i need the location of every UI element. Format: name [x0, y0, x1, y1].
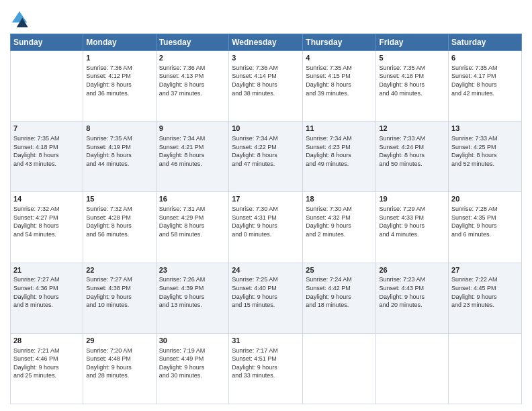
week-row-0: 1Sunrise: 7:36 AM Sunset: 4:12 PM Daylig… [11, 51, 522, 122]
day-number: 17 [232, 194, 300, 204]
calendar-cell [303, 333, 376, 404]
calendar-cell: 17Sunrise: 7:30 AM Sunset: 4:31 PM Dayli… [229, 192, 303, 263]
header [10, 7, 522, 28]
calendar-cell: 9Sunrise: 7:34 AM Sunset: 4:21 PM Daylig… [156, 122, 229, 192]
day-number: 13 [451, 124, 519, 134]
calendar-cell: 12Sunrise: 7:33 AM Sunset: 4:24 PM Dayli… [376, 122, 449, 192]
calendar-cell: 8Sunrise: 7:35 AM Sunset: 4:19 PM Daylig… [83, 122, 156, 192]
calendar-cell [449, 333, 522, 404]
page: SundayMondayTuesdayWednesdayThursdayFrid… [0, 0, 532, 411]
day-number: 18 [306, 194, 373, 204]
day-number: 26 [379, 265, 445, 275]
day-number: 16 [159, 194, 226, 204]
header-thursday: Thursday [303, 34, 376, 51]
cell-info: Sunrise: 7:36 AM Sunset: 4:12 PM Dayligh… [86, 64, 152, 97]
calendar-cell: 14Sunrise: 7:32 AM Sunset: 4:27 PM Dayli… [11, 192, 83, 263]
calendar-cell: 15Sunrise: 7:32 AM Sunset: 4:28 PM Dayli… [83, 192, 156, 263]
calendar-cell: 30Sunrise: 7:19 AM Sunset: 4:49 PM Dayli… [156, 333, 229, 404]
calendar-cell [376, 333, 449, 404]
day-number: 1 [86, 53, 152, 63]
cell-info: Sunrise: 7:34 AM Sunset: 4:22 PM Dayligh… [232, 134, 300, 168]
cell-info: Sunrise: 7:36 AM Sunset: 4:14 PM Dayligh… [232, 64, 300, 97]
cell-info: Sunrise: 7:25 AM Sunset: 4:40 PM Dayligh… [232, 275, 300, 309]
cell-info: Sunrise: 7:29 AM Sunset: 4:33 PM Dayligh… [379, 205, 445, 238]
calendar-cell: 29Sunrise: 7:20 AM Sunset: 4:48 PM Dayli… [83, 333, 156, 404]
day-number: 14 [13, 194, 80, 204]
cell-info: Sunrise: 7:35 AM Sunset: 4:19 PM Dayligh… [86, 134, 152, 168]
day-number: 10 [232, 124, 300, 134]
cell-info: Sunrise: 7:27 AM Sunset: 4:38 PM Dayligh… [86, 275, 152, 309]
cell-info: Sunrise: 7:33 AM Sunset: 4:24 PM Dayligh… [379, 134, 445, 168]
calendar-cell: 28Sunrise: 7:21 AM Sunset: 4:46 PM Dayli… [11, 333, 83, 404]
svg-marker-0 [12, 11, 27, 23]
day-number: 3 [232, 53, 300, 63]
header-saturday: Saturday [449, 34, 522, 51]
header-monday: Monday [83, 34, 156, 51]
week-row-4: 28Sunrise: 7:21 AM Sunset: 4:46 PM Dayli… [11, 333, 522, 404]
day-number: 29 [86, 336, 152, 346]
calendar-cell: 2Sunrise: 7:36 AM Sunset: 4:13 PM Daylig… [156, 51, 229, 122]
calendar-cell: 19Sunrise: 7:29 AM Sunset: 4:33 PM Dayli… [376, 192, 449, 263]
week-row-1: 7Sunrise: 7:35 AM Sunset: 4:18 PM Daylig… [11, 122, 522, 192]
calendar-cell: 11Sunrise: 7:34 AM Sunset: 4:23 PM Dayli… [303, 122, 376, 192]
week-row-3: 21Sunrise: 7:27 AM Sunset: 4:36 PM Dayli… [11, 263, 522, 333]
cell-info: Sunrise: 7:34 AM Sunset: 4:21 PM Dayligh… [159, 134, 226, 168]
day-number: 7 [13, 124, 80, 134]
cell-info: Sunrise: 7:36 AM Sunset: 4:13 PM Dayligh… [159, 64, 226, 97]
cell-info: Sunrise: 7:26 AM Sunset: 4:39 PM Dayligh… [159, 275, 226, 309]
header-sunday: Sunday [11, 34, 83, 51]
day-number: 2 [159, 53, 226, 63]
calendar-cell: 22Sunrise: 7:27 AM Sunset: 4:38 PM Dayli… [83, 263, 156, 333]
calendar-cell: 31Sunrise: 7:17 AM Sunset: 4:51 PM Dayli… [229, 333, 303, 404]
day-number: 5 [379, 53, 445, 63]
day-number: 27 [451, 265, 519, 275]
cell-info: Sunrise: 7:35 AM Sunset: 4:17 PM Dayligh… [451, 64, 519, 97]
calendar-cell: 7Sunrise: 7:35 AM Sunset: 4:18 PM Daylig… [11, 122, 83, 192]
cell-info: Sunrise: 7:24 AM Sunset: 4:42 PM Dayligh… [306, 275, 373, 309]
day-number: 22 [86, 265, 152, 275]
cell-info: Sunrise: 7:20 AM Sunset: 4:48 PM Dayligh… [86, 347, 152, 380]
week-row-2: 14Sunrise: 7:32 AM Sunset: 4:27 PM Dayli… [11, 192, 522, 263]
calendar-cell: 24Sunrise: 7:25 AM Sunset: 4:40 PM Dayli… [229, 263, 303, 333]
header-friday: Friday [376, 34, 449, 51]
cell-info: Sunrise: 7:19 AM Sunset: 4:49 PM Dayligh… [159, 347, 226, 380]
calendar-cell: 23Sunrise: 7:26 AM Sunset: 4:39 PM Dayli… [156, 263, 229, 333]
cell-info: Sunrise: 7:31 AM Sunset: 4:29 PM Dayligh… [159, 205, 226, 238]
calendar-cell: 20Sunrise: 7:28 AM Sunset: 4:35 PM Dayli… [449, 192, 522, 263]
day-number: 24 [232, 265, 300, 275]
day-number: 12 [379, 124, 445, 134]
calendar-cell: 25Sunrise: 7:24 AM Sunset: 4:42 PM Dayli… [303, 263, 376, 333]
header-row: SundayMondayTuesdayWednesdayThursdayFrid… [11, 34, 522, 51]
calendar-cell: 26Sunrise: 7:23 AM Sunset: 4:43 PM Dayli… [376, 263, 449, 333]
header-tuesday: Tuesday [156, 34, 229, 51]
day-number: 25 [306, 265, 373, 275]
day-number: 11 [306, 124, 373, 134]
day-number: 15 [86, 194, 152, 204]
cell-info: Sunrise: 7:35 AM Sunset: 4:18 PM Dayligh… [13, 134, 80, 168]
day-number: 9 [159, 124, 226, 134]
logo [10, 9, 30, 28]
day-number: 28 [13, 336, 80, 346]
header-wednesday: Wednesday [229, 34, 303, 51]
cell-info: Sunrise: 7:28 AM Sunset: 4:35 PM Dayligh… [451, 205, 519, 238]
day-number: 31 [232, 336, 300, 346]
calendar-cell: 10Sunrise: 7:34 AM Sunset: 4:22 PM Dayli… [229, 122, 303, 192]
calendar-cell: 6Sunrise: 7:35 AM Sunset: 4:17 PM Daylig… [449, 51, 522, 122]
day-number: 4 [306, 53, 373, 63]
calendar-cell: 21Sunrise: 7:27 AM Sunset: 4:36 PM Dayli… [11, 263, 83, 333]
day-number: 8 [86, 124, 152, 134]
cell-info: Sunrise: 7:30 AM Sunset: 4:31 PM Dayligh… [232, 205, 300, 238]
cell-info: Sunrise: 7:34 AM Sunset: 4:23 PM Dayligh… [306, 134, 373, 168]
calendar-table: SundayMondayTuesdayWednesdayThursdayFrid… [10, 34, 522, 404]
day-number: 21 [13, 265, 80, 275]
cell-info: Sunrise: 7:22 AM Sunset: 4:45 PM Dayligh… [451, 275, 519, 309]
cell-info: Sunrise: 7:27 AM Sunset: 4:36 PM Dayligh… [13, 275, 80, 309]
day-number: 30 [159, 336, 226, 346]
cell-info: Sunrise: 7:33 AM Sunset: 4:25 PM Dayligh… [451, 134, 519, 168]
day-number: 20 [451, 194, 519, 204]
calendar-cell: 1Sunrise: 7:36 AM Sunset: 4:12 PM Daylig… [83, 51, 156, 122]
cell-info: Sunrise: 7:35 AM Sunset: 4:15 PM Dayligh… [306, 64, 373, 97]
logo-icon [10, 9, 29, 28]
cell-info: Sunrise: 7:35 AM Sunset: 4:16 PM Dayligh… [379, 64, 445, 97]
calendar-cell: 18Sunrise: 7:30 AM Sunset: 4:32 PM Dayli… [303, 192, 376, 263]
